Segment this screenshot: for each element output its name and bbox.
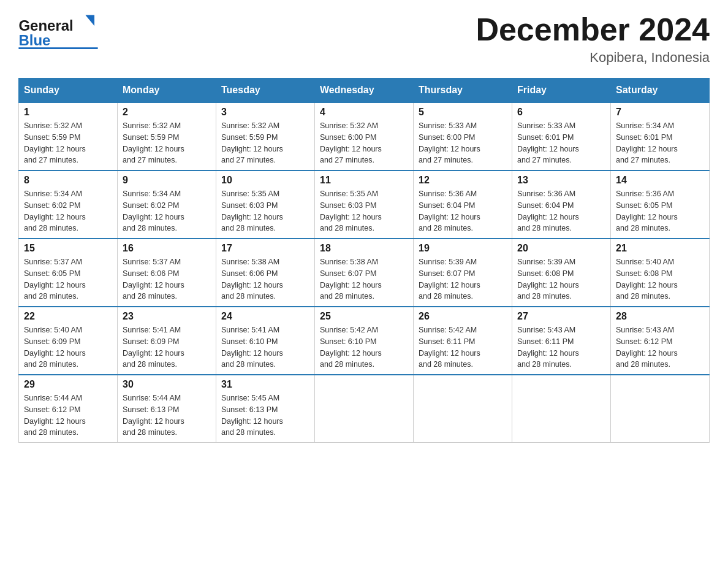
day-info: Sunrise: 5:38 AMSunset: 6:06 PMDaylight:…: [221, 256, 309, 302]
calendar-cell: 15Sunrise: 5:37 AMSunset: 6:05 PMDayligh…: [19, 239, 118, 307]
day-info: Sunrise: 5:33 AMSunset: 6:00 PMDaylight:…: [419, 120, 507, 166]
day-number: 22: [24, 311, 112, 322]
calendar-cell: 31Sunrise: 5:45 AMSunset: 6:13 PMDayligh…: [216, 375, 315, 443]
calendar-cell: 1Sunrise: 5:32 AMSunset: 5:59 PMDaylight…: [19, 102, 118, 170]
day-number: 28: [616, 311, 704, 322]
day-info: Sunrise: 5:35 AMSunset: 6:03 PMDaylight:…: [221, 188, 309, 234]
day-number: 15: [24, 243, 112, 254]
day-number: 19: [419, 243, 507, 254]
day-number: 10: [221, 175, 309, 186]
week-row-3: 15Sunrise: 5:37 AMSunset: 6:05 PMDayligh…: [19, 239, 710, 307]
calendar-cell: 2Sunrise: 5:32 AMSunset: 5:59 PMDaylight…: [118, 102, 216, 170]
calendar-cell: 10Sunrise: 5:35 AMSunset: 6:03 PMDayligh…: [216, 170, 315, 239]
logo-svg: General Blue: [18, 12, 98, 49]
calendar-cell: 26Sunrise: 5:42 AMSunset: 6:11 PMDayligh…: [414, 307, 512, 375]
calendar-cell: [512, 375, 611, 443]
day-number: 29: [24, 379, 112, 390]
day-info: Sunrise: 5:32 AMSunset: 6:00 PMDaylight:…: [320, 120, 408, 166]
day-info: Sunrise: 5:41 AMSunset: 6:10 PMDaylight:…: [221, 324, 309, 370]
day-info: Sunrise: 5:37 AMSunset: 6:06 PMDaylight:…: [123, 256, 211, 302]
calendar-cell: 13Sunrise: 5:36 AMSunset: 6:04 PMDayligh…: [512, 170, 611, 239]
calendar-cell: 28Sunrise: 5:43 AMSunset: 6:12 PMDayligh…: [611, 307, 710, 375]
calendar-cell: 17Sunrise: 5:38 AMSunset: 6:06 PMDayligh…: [216, 239, 315, 307]
calendar-cell: 8Sunrise: 5:34 AMSunset: 6:02 PMDaylight…: [19, 170, 118, 239]
calendar-cell: 6Sunrise: 5:33 AMSunset: 6:01 PMDaylight…: [512, 102, 611, 170]
week-row-1: 1Sunrise: 5:32 AMSunset: 5:59 PMDaylight…: [19, 102, 710, 170]
week-row-5: 29Sunrise: 5:44 AMSunset: 6:12 PMDayligh…: [19, 375, 710, 443]
logo: General Blue: [18, 12, 98, 49]
calendar-cell: 25Sunrise: 5:42 AMSunset: 6:10 PMDayligh…: [315, 307, 414, 375]
day-info: Sunrise: 5:33 AMSunset: 6:01 PMDaylight:…: [517, 120, 605, 166]
day-number: 9: [123, 175, 211, 186]
location: Kopibera, Indonesia: [476, 50, 710, 66]
calendar-cell: 20Sunrise: 5:39 AMSunset: 6:08 PMDayligh…: [512, 239, 611, 307]
day-info: Sunrise: 5:45 AMSunset: 6:13 PMDaylight:…: [221, 393, 309, 439]
day-info: Sunrise: 5:32 AMSunset: 5:59 PMDaylight:…: [221, 120, 309, 166]
day-info: Sunrise: 5:40 AMSunset: 6:09 PMDaylight:…: [24, 324, 112, 370]
calendar-cell: 16Sunrise: 5:37 AMSunset: 6:06 PMDayligh…: [118, 239, 216, 307]
day-number: 31: [221, 379, 309, 390]
day-info: Sunrise: 5:40 AMSunset: 6:08 PMDaylight:…: [616, 256, 704, 302]
day-number: 5: [419, 107, 507, 118]
calendar-cell: 14Sunrise: 5:36 AMSunset: 6:05 PMDayligh…: [611, 170, 710, 239]
col-header-tuesday: Tuesday: [216, 79, 315, 103]
day-number: 17: [221, 243, 309, 254]
day-number: 16: [123, 243, 211, 254]
calendar-cell: 24Sunrise: 5:41 AMSunset: 6:10 PMDayligh…: [216, 307, 315, 375]
day-info: Sunrise: 5:42 AMSunset: 6:10 PMDaylight:…: [320, 324, 408, 370]
title-section: December 2024 Kopibera, Indonesia: [476, 12, 710, 66]
day-info: Sunrise: 5:34 AMSunset: 6:01 PMDaylight:…: [616, 120, 704, 166]
page-header: General Blue December 2024 Kopibera, Ind…: [18, 12, 710, 66]
calendar-header-row: SundayMondayTuesdayWednesdayThursdayFrid…: [19, 79, 710, 103]
day-info: Sunrise: 5:44 AMSunset: 6:12 PMDaylight:…: [24, 393, 112, 439]
svg-rect-3: [18, 47, 97, 49]
calendar-cell: [611, 375, 710, 443]
day-number: 2: [123, 107, 211, 118]
day-info: Sunrise: 5:35 AMSunset: 6:03 PMDaylight:…: [320, 188, 408, 234]
col-header-saturday: Saturday: [611, 79, 710, 103]
calendar-cell: 7Sunrise: 5:34 AMSunset: 6:01 PMDaylight…: [611, 102, 710, 170]
day-number: 24: [221, 311, 309, 322]
calendar-cell: 22Sunrise: 5:40 AMSunset: 6:09 PMDayligh…: [19, 307, 118, 375]
day-info: Sunrise: 5:36 AMSunset: 6:04 PMDaylight:…: [419, 188, 507, 234]
day-info: Sunrise: 5:37 AMSunset: 6:05 PMDaylight:…: [24, 256, 112, 302]
day-info: Sunrise: 5:32 AMSunset: 5:59 PMDaylight:…: [123, 120, 211, 166]
day-number: 23: [123, 311, 211, 322]
month-title: December 2024: [476, 12, 710, 47]
calendar-cell: 4Sunrise: 5:32 AMSunset: 6:00 PMDaylight…: [315, 102, 414, 170]
col-header-thursday: Thursday: [414, 79, 512, 103]
calendar-cell: 5Sunrise: 5:33 AMSunset: 6:00 PMDaylight…: [414, 102, 512, 170]
day-number: 12: [419, 175, 507, 186]
col-header-wednesday: Wednesday: [315, 79, 414, 103]
calendar-cell: 3Sunrise: 5:32 AMSunset: 5:59 PMDaylight…: [216, 102, 315, 170]
day-number: 13: [517, 175, 605, 186]
calendar-cell: 21Sunrise: 5:40 AMSunset: 6:08 PMDayligh…: [611, 239, 710, 307]
calendar-cell: [315, 375, 414, 443]
day-info: Sunrise: 5:38 AMSunset: 6:07 PMDaylight:…: [320, 256, 408, 302]
day-info: Sunrise: 5:43 AMSunset: 6:12 PMDaylight:…: [616, 324, 704, 370]
day-info: Sunrise: 5:34 AMSunset: 6:02 PMDaylight:…: [123, 188, 211, 234]
day-info: Sunrise: 5:32 AMSunset: 5:59 PMDaylight:…: [24, 120, 112, 166]
calendar-cell: 23Sunrise: 5:41 AMSunset: 6:09 PMDayligh…: [118, 307, 216, 375]
day-number: 7: [616, 107, 704, 118]
day-number: 8: [24, 175, 112, 186]
col-header-monday: Monday: [118, 79, 216, 103]
day-info: Sunrise: 5:42 AMSunset: 6:11 PMDaylight:…: [419, 324, 507, 370]
calendar-cell: 9Sunrise: 5:34 AMSunset: 6:02 PMDaylight…: [118, 170, 216, 239]
day-number: 21: [616, 243, 704, 254]
day-number: 26: [419, 311, 507, 322]
day-info: Sunrise: 5:36 AMSunset: 6:04 PMDaylight:…: [517, 188, 605, 234]
day-info: Sunrise: 5:41 AMSunset: 6:09 PMDaylight:…: [123, 324, 211, 370]
day-info: Sunrise: 5:36 AMSunset: 6:05 PMDaylight:…: [616, 188, 704, 234]
calendar-cell: 29Sunrise: 5:44 AMSunset: 6:12 PMDayligh…: [19, 375, 118, 443]
day-info: Sunrise: 5:44 AMSunset: 6:13 PMDaylight:…: [123, 393, 211, 439]
day-info: Sunrise: 5:39 AMSunset: 6:08 PMDaylight:…: [517, 256, 605, 302]
calendar-cell: 30Sunrise: 5:44 AMSunset: 6:13 PMDayligh…: [118, 375, 216, 443]
day-info: Sunrise: 5:39 AMSunset: 6:07 PMDaylight:…: [419, 256, 507, 302]
calendar-cell: [414, 375, 512, 443]
day-number: 3: [221, 107, 309, 118]
day-number: 20: [517, 243, 605, 254]
col-header-sunday: Sunday: [19, 79, 118, 103]
day-number: 25: [320, 311, 408, 322]
day-number: 1: [24, 107, 112, 118]
